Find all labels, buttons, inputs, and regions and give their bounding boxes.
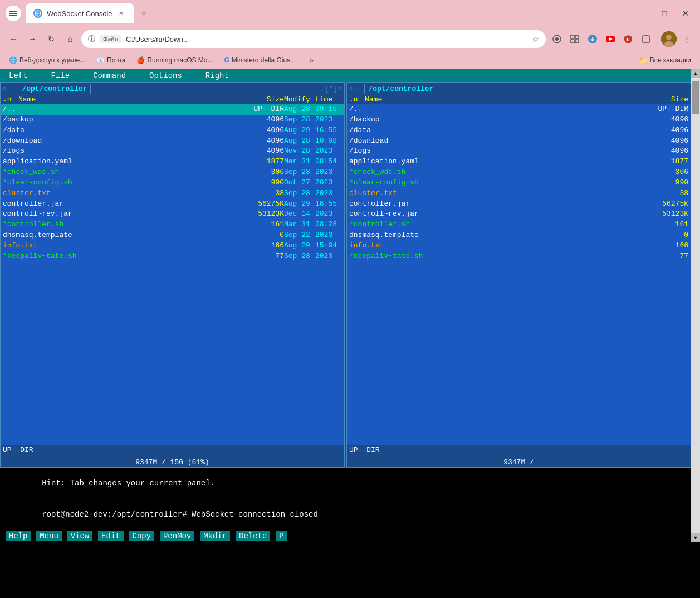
mc-menu-right[interactable]: Right bbox=[202, 70, 232, 81]
scrollbar-up-arrow[interactable]: ▲ bbox=[691, 69, 700, 78]
home-button[interactable]: ⌂ bbox=[62, 31, 78, 47]
left-file-row[interactable]: dnsmasq.template0Sep 222023 bbox=[1, 230, 344, 241]
right-file-row[interactable]: /data4096 bbox=[347, 125, 691, 136]
svg-rect-0 bbox=[9, 11, 17, 12]
right-file-row[interactable]: cluster.txt38 bbox=[347, 188, 691, 199]
bookmarks-bar: 🌐 Веб-доступ к удале... 📧 Почта 🍎 Runnin… bbox=[0, 51, 700, 69]
extensions-icon[interactable] bbox=[549, 31, 565, 47]
left-file-row[interactable]: /data4096Aug 2916:55 bbox=[1, 125, 344, 136]
mc-panels: <-- /opt/controller -.[^]> .n Name Size … bbox=[0, 82, 691, 468]
mc-menu-file[interactable]: File bbox=[48, 70, 74, 81]
tab-bar: WebSocket Console ✕ + bbox=[26, 3, 630, 23]
left-file-row[interactable]: *check_wdc.sh306Sep 282023 bbox=[1, 167, 344, 178]
left-file-row[interactable]: *controller.sh161Mar 3108:28 bbox=[1, 220, 344, 230]
address-bar[interactable]: ⓘ Файл C:/Users/ru/Down... ☆ bbox=[81, 30, 546, 48]
bookmarks-more-button[interactable]: » bbox=[306, 55, 317, 66]
window-icon[interactable] bbox=[6, 6, 21, 21]
left-file-row[interactable]: cluster.txt38Sep 282023 bbox=[1, 188, 344, 199]
mc-left-panel: <-- /opt/controller -.[^]> .n Name Size … bbox=[0, 82, 345, 468]
funckey-9[interactable]: 9P bbox=[270, 531, 287, 541]
scrollbar[interactable]: ▲ ▼ bbox=[691, 69, 700, 542]
bookmark-g-icon: G bbox=[224, 56, 229, 64]
left-file-row[interactable]: controll~rev.jar53123KDec 142023 bbox=[1, 209, 344, 220]
left-file-row[interactable]: info.txt166Aug 2915:04 bbox=[1, 241, 344, 251]
right-file-row[interactable]: /backup4096 bbox=[347, 115, 691, 125]
active-tab[interactable]: WebSocket Console ✕ bbox=[26, 3, 134, 23]
funckey-5[interactable]: 5Copy bbox=[124, 531, 154, 541]
mc-menu-options[interactable]: Options bbox=[146, 70, 185, 81]
back-button[interactable]: ← bbox=[6, 31, 21, 47]
left-file-row[interactable]: /logs4096Nov 282023 bbox=[1, 146, 344, 157]
grid-icon[interactable] bbox=[567, 31, 582, 47]
mc-menu-left[interactable]: Left bbox=[6, 70, 31, 81]
right-file-row[interactable]: dnsmasq.template0 bbox=[347, 230, 691, 241]
left-file-row[interactable]: controller.jar56275KAug 2916:55 bbox=[1, 199, 344, 210]
left-file-row[interactable]: /backup4096Sep 282023 bbox=[1, 115, 344, 125]
right-file-row[interactable]: info.txt166 bbox=[347, 241, 691, 251]
bookmark-all-bookmarks[interactable]: 📁 Все закладки bbox=[636, 55, 694, 65]
funckey-7[interactable]: 7Mkdir bbox=[194, 531, 230, 541]
left-file-row[interactable]: /..UP--DIRAug 2809:16 bbox=[1, 104, 344, 115]
right-file-row[interactable]: *check_wdc.sh306 bbox=[347, 167, 691, 178]
youtube-icon[interactable] bbox=[603, 31, 618, 47]
window-controls: — □ ✕ bbox=[634, 8, 694, 19]
tab-close-button[interactable]: ✕ bbox=[117, 9, 126, 18]
left-file-row[interactable]: application.yaml1877Mar 3108:54 bbox=[1, 157, 344, 167]
maximize-button[interactable]: □ bbox=[655, 8, 673, 19]
right-file-row[interactable]: *clear-config.sh990 bbox=[347, 178, 691, 188]
menu-dots-icon[interactable]: ⋮ bbox=[679, 31, 694, 47]
reload-button[interactable]: ↻ bbox=[43, 31, 59, 47]
bookmark-remote-access[interactable]: 🌐 Веб-доступ к удале... bbox=[6, 55, 89, 65]
funckey-2[interactable]: 2Menu bbox=[31, 531, 61, 541]
tab-favicon bbox=[33, 9, 42, 18]
svg-point-18 bbox=[666, 35, 672, 40]
title-bar-left bbox=[6, 6, 21, 21]
mc-right-path: /opt/controller bbox=[364, 84, 437, 94]
mc-menubar: Left File Command Options Right bbox=[0, 69, 691, 82]
download-icon[interactable] bbox=[585, 31, 600, 47]
mc-right-status: 9347M / bbox=[347, 458, 691, 467]
right-file-row[interactable]: /logs4096 bbox=[347, 146, 691, 157]
mc-right-files: /..UP--DIR/backup4096/data4096/download4… bbox=[347, 104, 691, 445]
bookmark-mail[interactable]: 📧 Почта bbox=[93, 55, 129, 65]
mc-right-panel: <-- /opt/controller --- .n Name Size /..… bbox=[346, 82, 691, 468]
funckey-3[interactable]: 3View bbox=[62, 531, 92, 541]
mc-menu-command[interactable]: Command bbox=[90, 70, 129, 81]
shield-icon[interactable]: u bbox=[620, 31, 636, 47]
scrollbar-thumb[interactable] bbox=[692, 81, 699, 114]
right-file-row[interactable]: controller.jar56275K bbox=[347, 199, 691, 210]
minimize-button[interactable]: — bbox=[634, 8, 652, 19]
function-keys-bar: 1Help2Menu3View4Edit5Copy6RenMov7Mkdir8D… bbox=[0, 530, 691, 542]
bookmark-ministero[interactable]: G Ministero della Gius... bbox=[221, 55, 299, 65]
funckey-1[interactable]: 1Help bbox=[0, 531, 31, 541]
right-file-row[interactable]: *keepaliv~tate.sh77 bbox=[347, 251, 691, 262]
scrollbar-down-arrow[interactable]: ▼ bbox=[691, 533, 700, 542]
left-file-row[interactable]: *clear-config.sh990Oct 272023 bbox=[1, 178, 344, 188]
funckey-8[interactable]: 8Delete bbox=[230, 531, 270, 541]
funckey-6[interactable]: 6RenMov bbox=[154, 531, 194, 541]
right-file-row[interactable]: *controller.sh161 bbox=[347, 220, 691, 230]
bookmark-apple-icon: 🍎 bbox=[136, 56, 145, 64]
puzzle-icon[interactable] bbox=[638, 31, 654, 47]
new-tab-button[interactable]: + bbox=[136, 5, 153, 22]
funckey-4[interactable]: 4Edit bbox=[92, 531, 123, 541]
user-avatar[interactable] bbox=[661, 31, 677, 47]
left-file-row[interactable]: *keepaliv~tate.sh77Sep 282023 bbox=[1, 251, 344, 262]
mc-left-path: /opt/controller bbox=[18, 84, 91, 94]
right-file-row[interactable]: /download4096 bbox=[347, 136, 691, 147]
terminal-hint-line: Hint: Tab changes your current panel. bbox=[0, 468, 691, 499]
right-file-row[interactable]: /..UP--DIR bbox=[347, 104, 691, 115]
title-bar: WebSocket Console ✕ + — □ ✕ bbox=[0, 0, 700, 27]
bookmark-star-icon[interactable]: ☆ bbox=[532, 35, 539, 43]
right-file-row[interactable]: controll~rev.jar53123K bbox=[347, 209, 691, 220]
close-button[interactable]: ✕ bbox=[677, 8, 694, 19]
left-file-row[interactable]: /download4096Aug 2810:08 bbox=[1, 136, 344, 147]
forward-button[interactable]: → bbox=[25, 31, 40, 47]
terminal-main[interactable]: Left File Command Options Right <-- /opt… bbox=[0, 69, 691, 542]
terminal-wrapper: Left File Command Options Right <-- /opt… bbox=[0, 69, 700, 542]
right-file-row[interactable]: application.yaml1877 bbox=[347, 157, 691, 167]
svg-rect-10 bbox=[571, 40, 574, 43]
svg-rect-2 bbox=[9, 15, 17, 16]
scrollbar-track[interactable] bbox=[691, 78, 700, 533]
bookmark-macos[interactable]: 🍎 Running macOS Mo... bbox=[133, 55, 216, 65]
